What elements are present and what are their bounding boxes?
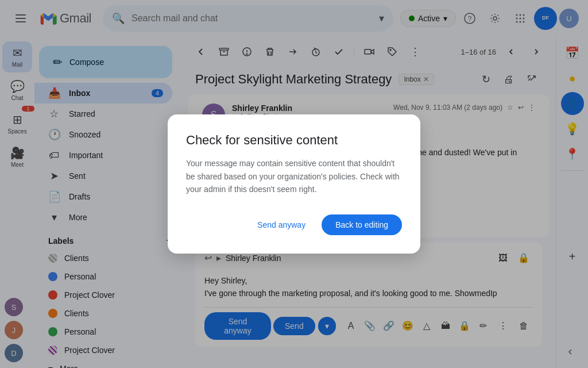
send-anyway-button[interactable]: Send anyway xyxy=(246,214,317,235)
sensitive-content-modal: Check for sensitive content Your message… xyxy=(168,114,420,253)
modal-body: Your message may contain sensitive conte… xyxy=(186,157,402,195)
modal-title: Check for sensitive content xyxy=(186,133,402,148)
modal-overlay: Check for sensitive content Your message… xyxy=(0,0,588,368)
back-to-editing-button[interactable]: Back to editing xyxy=(322,214,402,235)
modal-actions: Send anyway Back to editing xyxy=(186,214,402,235)
